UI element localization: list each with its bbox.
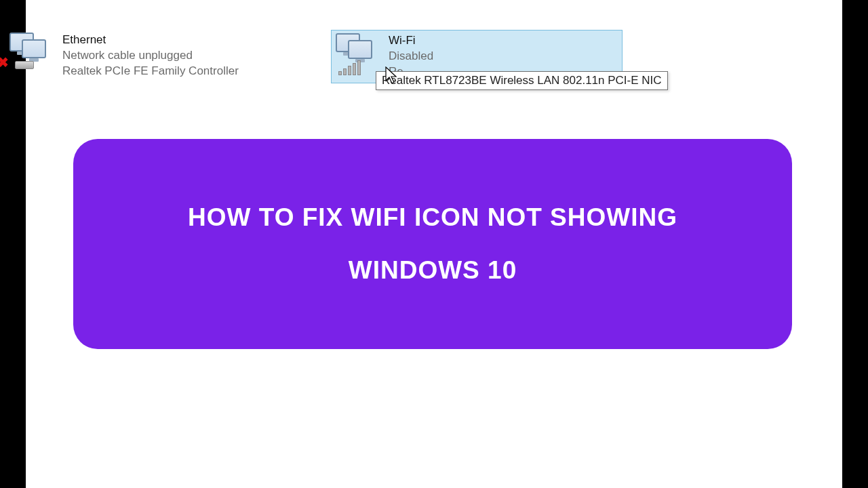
adapter-status: Network cable unplugged [62, 48, 239, 64]
title-banner: HOW TO FIX WIFI ICON NOT SHOWING WINDOWS… [73, 139, 792, 349]
adapter-device: Realtek PCIe FE Family Controller [62, 64, 239, 79]
cursor-icon [385, 66, 399, 85]
banner-line-1: HOW TO FIX WIFI ICON NOT SHOWING [188, 203, 677, 232]
adapter-status: Disabled [389, 49, 433, 64]
banner-line-2: WINDOWS 10 [349, 256, 517, 285]
tooltip: Realtek RTL8723BE Wireless LAN 802.11n P… [376, 71, 668, 90]
ethernet-icon: ✖ [9, 33, 57, 73]
wifi-icon [336, 33, 383, 74]
window-content: ✖ Ethernet Network cable unplugged Realt… [26, 0, 842, 488]
adapter-name: Ethernet [62, 33, 239, 48]
adapter-name: Wi-Fi [389, 33, 433, 49]
adapter-ethernet[interactable]: ✖ Ethernet Network cable unplugged Realt… [5, 30, 297, 83]
